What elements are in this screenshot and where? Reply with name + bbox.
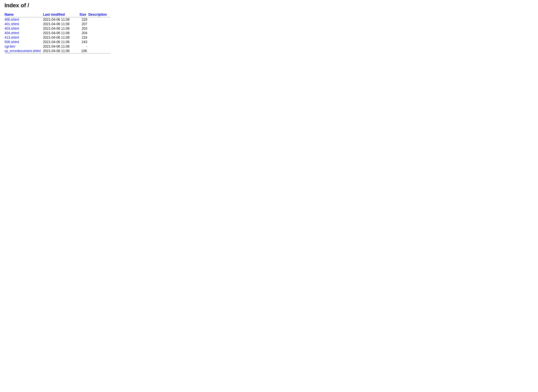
sort-size-link[interactable]: Size [79,13,86,17]
file-description [88,22,111,26]
file-size: 229 [79,17,88,22]
file-link[interactable]: 400.shtml [4,18,19,22]
sort-description-link[interactable]: Description [88,13,107,17]
file-description [88,35,111,40]
file-size: 203 [79,26,88,31]
sort-name-link[interactable]: Name [4,13,14,17]
table-row: cgi-bin/2021-04-06 11:08- [4,44,111,49]
file-size: 207 [79,22,88,26]
file-description [88,44,111,49]
file-modified: 2021-04-06 11:08 [43,40,79,44]
table-row: cp_errordocument.shtml2021-04-06 11:0810… [4,49,111,53]
file-modified: 2021-04-06 11:08 [43,44,79,49]
file-size: 216 [79,35,88,40]
page-title: Index of / [4,2,534,9]
table-row: 404.shtml2021-04-06 11:08204 [4,31,111,35]
file-modified: 2021-04-06 11:08 [43,26,79,31]
file-link[interactable]: 403.shtml [4,27,19,31]
file-modified: 2021-04-06 11:08 [43,31,79,35]
file-modified: 2021-04-06 11:08 [43,35,79,40]
file-description [88,17,111,22]
file-modified: 2021-04-06 11:08 [43,17,79,22]
file-modified: 2021-04-06 11:08 [43,49,79,53]
file-link[interactable]: 413.shtml [4,36,19,39]
file-size: - [79,44,88,49]
file-size: 10K [79,49,88,53]
file-size: 204 [79,31,88,35]
file-description [88,49,111,53]
file-size: 243 [79,40,88,44]
file-link[interactable]: cgi-bin/ [4,45,15,48]
table-row: 401.shtml2021-04-06 11:08207 [4,22,111,26]
table-row: 500.shtml2021-04-06 11:08243 [4,40,111,44]
file-link[interactable]: 500.shtml [4,40,19,44]
file-description [88,26,111,31]
file-link[interactable]: 401.shtml [4,22,19,26]
table-row: 413.shtml2021-04-06 11:08216 [4,35,111,40]
file-link[interactable]: cp_errordocument.shtml [4,49,41,53]
sort-modified-link[interactable]: Last modified [43,13,65,17]
table-row: 400.shtml2021-04-06 11:08229 [4,17,111,22]
file-description [88,40,111,44]
file-link[interactable]: 404.shtml [4,31,19,35]
file-description [88,31,111,35]
table-row: 403.shtml2021-04-06 11:08203 [4,26,111,31]
file-modified: 2021-04-06 11:08 [43,22,79,26]
